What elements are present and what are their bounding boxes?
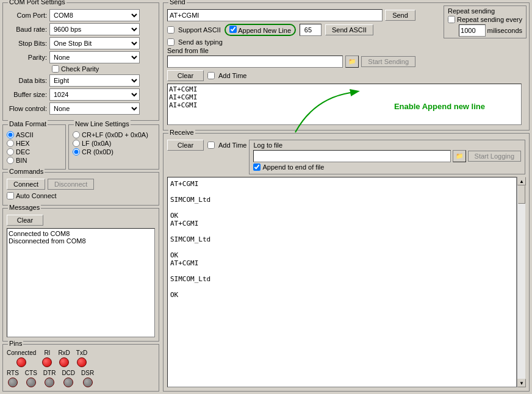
- scrollbar-down-button[interactable]: ▼: [517, 379, 526, 387]
- support-ascii-checkbox[interactable]: [167, 26, 174, 34]
- disconnect-button[interactable]: Disconnect: [48, 179, 94, 190]
- pin-rxd-led: [59, 357, 69, 367]
- crlf-label: CR+LF (0x0D + 0x0A): [82, 131, 148, 138]
- hex-label: HEX: [16, 140, 30, 147]
- check-parity-checkbox[interactable]: [52, 65, 59, 73]
- pin-cts: CTS: [25, 370, 37, 387]
- dec-radio[interactable]: [7, 148, 14, 156]
- scrollbar-up-button[interactable]: ▲: [517, 177, 526, 185]
- commands-title: Commands: [8, 168, 45, 175]
- ascii-radio[interactable]: [7, 131, 14, 138]
- send-clear-button[interactable]: Clear: [167, 70, 204, 81]
- crlf-radio[interactable]: [73, 131, 80, 138]
- pin-cts-label: CTS: [25, 370, 37, 376]
- send-button[interactable]: Send: [385, 10, 415, 21]
- append-new-line-checkbox[interactable]: [229, 26, 237, 33]
- send-group: Send Send Support ASCII Append New Line: [163, 2, 530, 131]
- pin-connected: Connected: [7, 349, 36, 367]
- lf-radio[interactable]: [73, 140, 80, 147]
- auto-connect-label: Auto Connect: [16, 192, 57, 199]
- repeat-interval-input[interactable]: [459, 24, 486, 37]
- receive-scrollbar[interactable]: ▲ ▼: [517, 177, 525, 387]
- parity-label: Parity:: [7, 54, 49, 61]
- hex-radio[interactable]: [7, 140, 14, 147]
- commands-group: Commands Connect Disconnect Auto Connect: [2, 172, 159, 206]
- messages-group: Messages Clear Connected to COM8 Disconn…: [2, 208, 159, 342]
- repeat-sending-group: Repeat sending Repeat sending every mili…: [444, 5, 527, 38]
- ascii-num-input[interactable]: [300, 24, 322, 36]
- connect-button[interactable]: Connect: [7, 179, 45, 190]
- send-add-time-checkbox[interactable]: [207, 72, 215, 79]
- scrollbar-track[interactable]: [517, 185, 525, 379]
- receive-add-time-checkbox[interactable]: [207, 141, 215, 149]
- baud-rate-select[interactable]: 9600 bps: [49, 23, 140, 35]
- command-input[interactable]: [167, 9, 383, 21]
- data-bits-label: Data bits:: [7, 77, 49, 84]
- append-new-line-label: Append New Line: [225, 24, 296, 36]
- bin-label: BIN: [16, 157, 27, 164]
- receive-add-time-label: Add Time: [218, 141, 246, 149]
- new-line-settings-group: New Line Settings CR+LF (0x0D + 0x0A) LF…: [68, 124, 159, 170]
- pin-dcd: DCD: [62, 370, 75, 387]
- data-bits-select[interactable]: Eight: [49, 74, 140, 87]
- pin-dsr-led: [83, 378, 93, 387]
- pin-connected-label: Connected: [7, 349, 36, 356]
- bin-radio[interactable]: [7, 157, 14, 164]
- new-line-title: New Line Settings: [74, 120, 131, 127]
- com-port-select[interactable]: COM8: [49, 9, 140, 21]
- pin-dcd-led: [63, 378, 73, 387]
- messages-clear-button[interactable]: Clear: [7, 215, 43, 226]
- cr-radio[interactable]: [73, 148, 80, 156]
- send-from-file-label: Send from file: [167, 47, 209, 54]
- scrollbar-thumb[interactable]: [518, 185, 525, 204]
- repeat-every-checkbox[interactable]: [448, 16, 455, 23]
- pin-ri: RI: [42, 349, 52, 367]
- send-textarea[interactable]: AT+CGMI AI+CGMI AI+CGMI: [167, 84, 522, 125]
- pin-rts-label: RTS: [7, 370, 19, 376]
- data-format-title: Data Format: [8, 120, 48, 127]
- pin-dsr-label: DSR: [81, 370, 94, 376]
- pins-group: Pins Connected RI RxD: [2, 344, 159, 392]
- flow-control-select[interactable]: None: [49, 102, 140, 115]
- pin-dsr: DSR: [81, 370, 94, 387]
- com-port-settings-title: COM Port Settings: [8, 0, 66, 5]
- send-as-typing-label: Send as typing: [178, 38, 223, 46]
- cr-label: CR (0x0D): [82, 148, 113, 156]
- start-logging-button[interactable]: Start Logging: [468, 151, 521, 162]
- lf-label: LF (0x0A): [82, 140, 111, 147]
- send-file-browse-button[interactable]: 📁: [345, 56, 359, 68]
- pin-cts-led: [26, 378, 36, 387]
- receive-title: Receive: [168, 129, 195, 136]
- auto-connect-checkbox[interactable]: [7, 192, 14, 199]
- messages-content: Connected to COM8 Disconnected from COM8: [7, 228, 155, 337]
- send-file-input[interactable]: [167, 56, 343, 68]
- parity-select[interactable]: None: [49, 51, 140, 63]
- receive-group: Receive Clear Add Time Log to file: [163, 133, 530, 392]
- support-ascii-label: Support ASCII: [178, 26, 221, 34]
- receive-clear-button[interactable]: Clear: [167, 140, 204, 151]
- pin-dcd-label: DCD: [62, 370, 75, 376]
- pin-rts-led: [8, 378, 18, 387]
- flow-control-label: Flow control:: [7, 105, 49, 112]
- log-file-browse-button[interactable]: 📁: [453, 150, 466, 162]
- com-port-label: Com Port:: [7, 12, 49, 19]
- pin-ri-label: RI: [44, 349, 50, 356]
- pin-txd: TxD: [76, 349, 87, 367]
- stop-bits-select[interactable]: One Stop Bit: [49, 37, 140, 49]
- dec-label: DEC: [16, 148, 30, 156]
- start-sending-button[interactable]: Start Sending: [361, 56, 415, 67]
- pin-rxd: RxD: [58, 349, 70, 367]
- repeat-every-label: Repeat sending every: [457, 16, 522, 23]
- ascii-label: ASCII: [16, 131, 34, 138]
- send-ascii-button[interactable]: Send ASCII: [325, 24, 373, 35]
- pins-title: Pins: [8, 340, 23, 347]
- append-to-file-checkbox[interactable]: [253, 163, 261, 171]
- send-as-typing-checkbox[interactable]: [167, 38, 174, 46]
- receive-textarea[interactable]: AT+CGMI SIMCOM_Ltd OK AT+CGMI SIMCOM_Ltd…: [167, 177, 517, 387]
- repeat-sending-title: Repeat sending: [448, 7, 522, 15]
- data-format-group: Data Format ASCII HEX DEC: [2, 124, 66, 170]
- com-port-settings-group: COM Port Settings Com Port: COM8 Baud ra…: [2, 2, 159, 121]
- buffer-size-select[interactable]: 1024: [49, 88, 140, 101]
- log-file-input[interactable]: [253, 150, 450, 162]
- ms-label: miliseconds: [487, 27, 522, 34]
